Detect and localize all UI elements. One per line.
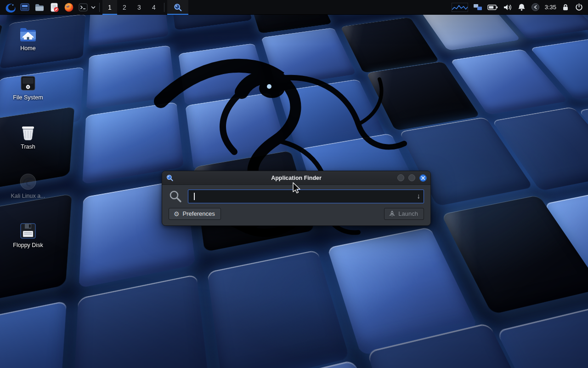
kali-ghost-icon [18,172,38,192]
minimize-button[interactable] [397,174,404,181]
lock-icon[interactable] [561,3,570,12]
workspace-button-4[interactable]: 4 [147,0,161,15]
preferences-button-label: Preferences [183,210,215,217]
file-manager-launcher[interactable] [17,0,32,15]
desktop-icon-kali-linux[interactable]: Kali Linux a... [8,172,48,221]
workspace-button-2[interactable]: 2 [117,0,132,15]
gear-icon: ⚙ [174,211,180,217]
panel-separator [164,3,164,12]
text-editor-launcher[interactable] [47,0,62,15]
clock[interactable]: 3:35 [545,4,556,11]
chevron-down-icon [91,6,96,9]
workspace-label: 3 [137,4,141,11]
text-editor-icon [49,2,59,12]
network-icon[interactable] [473,3,482,11]
desktop-screen: 1 2 3 4 [0,0,588,368]
terminal-launcher[interactable] [76,0,90,15]
folder-launcher[interactable] [32,0,47,15]
logout-icon[interactable] [575,3,583,12]
maximize-button[interactable] [408,174,415,181]
trash-icon [18,122,38,143]
taskbar-application-finder-button[interactable] [167,0,188,15]
text-caret [194,193,195,200]
application-finder-window: Application Finder [162,171,431,226]
search-icon [169,190,182,203]
folder-icon [34,2,45,12]
preferences-button[interactable]: ⚙ Preferences [169,208,221,220]
workspace-label: 4 [152,4,156,11]
cpu-graph[interactable] [452,3,468,12]
firefox-icon [64,2,74,12]
firefox-launcher[interactable] [62,0,76,15]
home-icon [18,24,38,44]
cpu-graph-line [452,3,468,12]
terminal-icon [78,2,88,12]
desktop-icon-trash[interactable]: Trash [8,122,48,172]
floppy-disk-icon [18,221,38,241]
desktop-icon-label: Kali Linux a... [11,193,45,199]
workspace-label: 2 [123,4,126,11]
top-panel: 1 2 3 4 [0,0,588,15]
status-circle-icon[interactable] [531,3,540,12]
dropdown-arrow-icon[interactable]: ↓ [417,192,421,200]
close-button[interactable] [419,174,427,182]
launch-button[interactable]: Launch [384,208,424,220]
desktop-icon-label: Home [20,45,35,52]
desktop-icon-floppy-disk[interactable]: Floppy Disk [8,221,48,270]
panel-separator [99,3,100,12]
application-finder-icon [166,174,174,182]
launch-button-label: Launch [398,210,418,217]
terminal-dropdown-button[interactable] [90,0,96,15]
kali-logo-icon [5,2,16,13]
notifications-bell-icon[interactable] [517,3,526,12]
desktop-icon-home[interactable]: Home [8,24,48,73]
battery-icon[interactable] [487,3,498,12]
filesystem-icon [18,73,38,93]
desktop-icon-label: Trash [21,144,35,150]
workspace-button-1[interactable]: 1 [102,0,117,15]
desktop-icon-label: File System [13,94,43,101]
titlebar[interactable]: Application Finder [162,171,430,185]
desktop-icon-label: Floppy Disk [13,242,43,248]
desktop-icon-column: Home File System Trash [8,24,48,270]
application-finder-icon [173,3,182,12]
close-icon [421,176,425,180]
desktop-icon-file-system[interactable]: File System [8,73,48,122]
file-manager-icon [20,2,30,12]
workspace-label: 1 [108,4,112,11]
workspace-button-3[interactable]: 3 [132,0,147,15]
kali-menu-button[interactable] [3,0,17,15]
search-input[interactable] [188,190,424,203]
rocket-icon [389,210,395,217]
window-title: Application Finder [162,175,430,181]
volume-icon[interactable] [503,3,512,12]
